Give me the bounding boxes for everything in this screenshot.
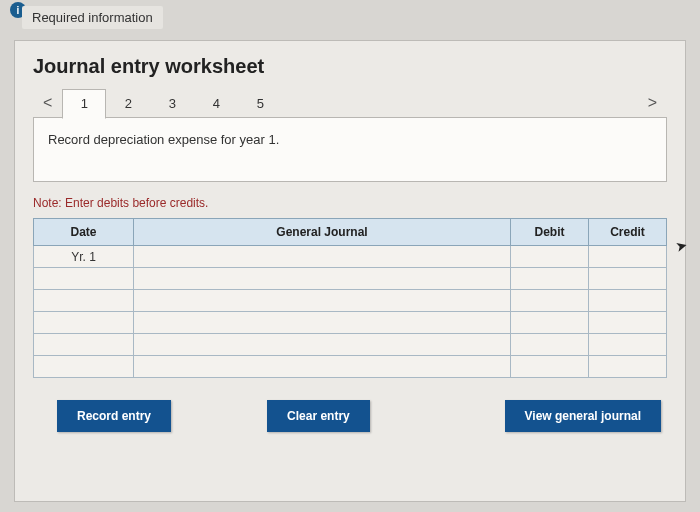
cell-debit[interactable] [511,246,589,268]
cell-gj[interactable] [134,246,511,268]
record-entry-button[interactable]: Record entry [57,400,171,432]
cell-credit[interactable] [589,312,667,334]
journal-table: Date General Journal Debit Credit Yr. 1 [33,218,667,378]
col-header-debit: Debit [511,219,589,246]
note-text: Note: Enter debits before credits. [33,196,667,210]
cell-gj[interactable] [134,290,511,312]
cell-debit[interactable] [511,334,589,356]
cell-date[interactable] [34,290,134,312]
chevron-left-icon[interactable]: < [33,88,62,118]
cell-gj[interactable] [134,312,511,334]
table-row [34,268,667,290]
cell-gj[interactable] [134,356,511,378]
clear-entry-button[interactable]: Clear entry [267,400,370,432]
tabs-row: < 1 2 3 4 5 > [33,88,667,118]
col-header-date: Date [34,219,134,246]
cell-credit[interactable] [589,356,667,378]
table-row [34,356,667,378]
col-header-credit: Credit [589,219,667,246]
table-row [34,290,667,312]
tab-3[interactable]: 3 [150,88,194,118]
table-row: Yr. 1 [34,246,667,268]
worksheet-panel: Journal entry worksheet < 1 2 3 4 5 > Re… [14,40,686,502]
cell-date[interactable]: Yr. 1 [34,246,134,268]
cell-gj[interactable] [134,334,511,356]
tab-5[interactable]: 5 [238,88,282,118]
cell-debit[interactable] [511,268,589,290]
cell-credit[interactable] [589,290,667,312]
tab-1[interactable]: 1 [62,89,106,119]
table-row [34,334,667,356]
tab-4[interactable]: 4 [194,88,238,118]
instruction-box: Record depreciation expense for year 1. [33,117,667,182]
page-title: Journal entry worksheet [33,55,667,78]
cell-debit[interactable] [511,356,589,378]
required-information-pill[interactable]: Required information [22,6,163,29]
cell-date[interactable] [34,268,134,290]
cell-credit[interactable] [589,246,667,268]
col-header-general-journal: General Journal [134,219,511,246]
cell-date[interactable] [34,312,134,334]
cell-credit[interactable] [589,268,667,290]
tab-2[interactable]: 2 [106,88,150,118]
cell-credit[interactable] [589,334,667,356]
cell-gj[interactable] [134,268,511,290]
instruction-text: Record depreciation expense for year 1. [48,132,279,147]
cell-date[interactable] [34,334,134,356]
chevron-right-icon[interactable]: > [638,88,667,118]
view-general-journal-button[interactable]: View general journal [505,400,661,432]
table-row [34,312,667,334]
cell-debit[interactable] [511,312,589,334]
cell-debit[interactable] [511,290,589,312]
button-row: Record entry Clear entry View general jo… [33,400,667,432]
cell-date[interactable] [34,356,134,378]
